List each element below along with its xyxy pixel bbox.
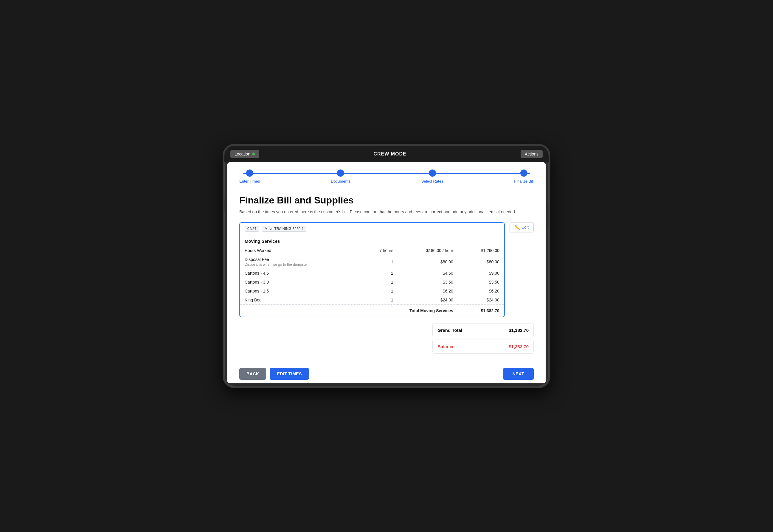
item-amount: $3.50: [458, 278, 504, 287]
table-row: Cartons - 1.5 1 $6.20 $6.20: [240, 287, 504, 295]
move-id-badge: Move TRAINING-3260-1: [262, 226, 306, 232]
total-label: Total Moving Services: [240, 305, 458, 317]
item-qty: 2: [359, 269, 398, 278]
line-items-table: Hours Worked 7 hours $180.00 / hour $1,2…: [240, 246, 504, 317]
bill-section-title: Moving Services: [240, 235, 504, 246]
progress-step-select-rates[interactable]: Select Rates: [422, 169, 444, 183]
step-label-2: Documents: [331, 179, 350, 183]
balance-label: Balance: [438, 344, 455, 349]
item-name: Cartons - 4.5: [240, 269, 359, 278]
bill-card-wrapper: 04/24 Move TRAINING-3260-1 Moving Servic…: [239, 222, 534, 317]
date-badge: 04/24: [245, 226, 259, 232]
balance-value: $1,382.70: [509, 344, 529, 349]
item-name: King Bed: [240, 295, 359, 305]
top-bar: Location CREW MODE Actions: [224, 146, 549, 162]
pencil-icon: ✏️: [515, 225, 520, 230]
item-name: Cartons - 1.5: [240, 287, 359, 295]
grand-total-value: $1,382.70: [509, 328, 529, 333]
item-rate: $6.20: [398, 287, 458, 295]
page-title: Finalize Bill and Supplies: [239, 195, 534, 206]
item-rate: $3.50: [398, 278, 458, 287]
item-rate: $180.00 / hour: [398, 246, 458, 255]
summary-section: Grand Total $1,382.70 Balance $1,382.70: [433, 323, 534, 354]
table-row: King Bed 1 $24.00 $24.00: [240, 295, 504, 305]
actions-button[interactable]: Actions: [521, 150, 543, 158]
table-row: Disposal Fee Disposal is when we go to t…: [240, 255, 504, 269]
edit-label: Edit: [522, 225, 529, 230]
item-qty: 1: [359, 295, 398, 305]
progress-step-finalize-bill[interactable]: Finalize Bill: [514, 169, 534, 183]
item-rate: $4.50: [398, 269, 458, 278]
tablet-frame: Location CREW MODE Actions Enter Times D…: [223, 144, 550, 388]
item-rate: $80.00: [398, 255, 458, 269]
tablet-screen: Enter Times Documents Select Rates Final…: [227, 162, 546, 383]
table-row: Cartons - 4.5 2 $4.50 $9.00: [240, 269, 504, 278]
side-button-left: [223, 199, 225, 211]
progress-track: Enter Times Documents Select Rates Final…: [239, 169, 534, 183]
item-amount: $9.00: [458, 269, 504, 278]
progress-section: Enter Times Documents Select Rates Final…: [227, 162, 546, 189]
item-name: Hours Worked: [240, 246, 359, 255]
progress-step-enter-times[interactable]: Enter Times: [239, 169, 260, 183]
item-name: Cartons - 3.0: [240, 278, 359, 287]
grand-total-label: Grand Total: [438, 328, 462, 333]
grand-total-row: Grand Total $1,382.70: [433, 323, 534, 337]
location-label: Location: [234, 152, 250, 156]
progress-step-documents[interactable]: Documents: [331, 169, 350, 183]
page-subtitle: Based on the times you entered, here is …: [239, 209, 534, 215]
item-qty: 1: [359, 255, 398, 269]
bill-card-header: 04/24 Move TRAINING-3260-1: [240, 223, 504, 235]
item-qty: 1: [359, 287, 398, 295]
item-amount: $1,260.00: [458, 246, 504, 255]
item-qty: 1: [359, 278, 398, 287]
step-dot-2: [337, 169, 344, 177]
bottom-left-actions: BACK EDIT TIMES: [239, 368, 309, 380]
step-label-4: Finalize Bill: [514, 179, 534, 183]
crew-mode-title: CREW MODE: [373, 151, 406, 157]
bill-card: 04/24 Move TRAINING-3260-1 Moving Servic…: [239, 222, 505, 317]
progress-steps: Enter Times Documents Select Rates Final…: [239, 169, 534, 183]
total-amount: $1,382.70: [458, 305, 504, 317]
edit-button[interactable]: ✏️ Edit: [510, 222, 534, 232]
item-name: Disposal Fee Disposal is when we go to t…: [240, 255, 359, 269]
item-amount: $24.00: [458, 295, 504, 305]
location-button[interactable]: Location: [230, 150, 259, 158]
step-dot-1: [246, 169, 253, 177]
edit-times-button[interactable]: EDIT TIMES: [270, 368, 309, 380]
main-content: Finalize Bill and Supplies Based on the …: [227, 189, 546, 364]
side-button-right: [548, 205, 550, 229]
table-row: Hours Worked 7 hours $180.00 / hour $1,2…: [240, 246, 504, 255]
item-amount: $6.20: [458, 287, 504, 295]
step-dot-3: [429, 169, 436, 177]
total-row: Total Moving Services $1,382.70: [240, 305, 504, 317]
item-amount: $80.00: [458, 255, 504, 269]
bottom-bar: BACK EDIT TIMES NEXT: [227, 364, 546, 383]
step-label-1: Enter Times: [239, 179, 260, 183]
step-dot-4: [520, 169, 528, 177]
table-row: Cartons - 3.0 1 $3.50 $3.50: [240, 278, 504, 287]
balance-row: Balance $1,382.70: [433, 340, 534, 354]
item-rate: $24.00: [398, 295, 458, 305]
back-button[interactable]: BACK: [239, 368, 266, 380]
item-description: Disposal is when we go to the dumpster: [245, 262, 308, 267]
item-qty: 7 hours: [359, 246, 398, 255]
step-label-3: Select Rates: [422, 179, 444, 183]
next-button[interactable]: NEXT: [503, 368, 534, 380]
location-dot-icon: [252, 153, 255, 155]
